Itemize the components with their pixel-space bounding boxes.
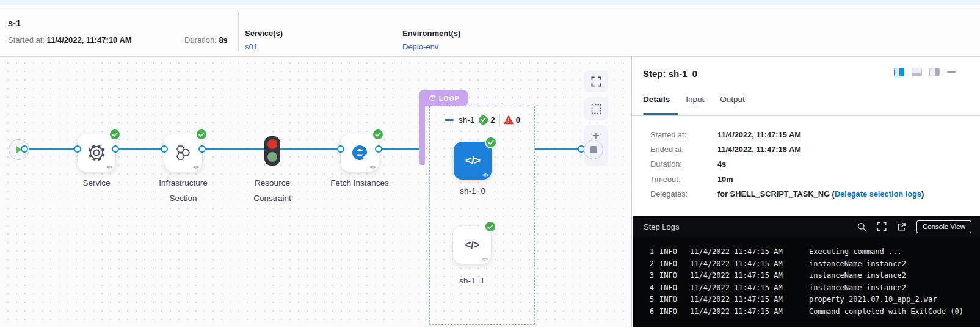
- detail-label: Delegates:: [650, 189, 717, 199]
- environments-column: Environment(s) Deplo-env: [402, 27, 460, 51]
- started-at-value: 11/4/2022, 11:47:10 AM: [47, 35, 132, 45]
- detail-label: Timeout:: [650, 175, 717, 184]
- log-line-number: 5: [642, 294, 654, 306]
- step-details: Started at: 11/4/2022, 11:47:15 AM Ended…: [650, 127, 974, 202]
- code-badge-icon: </>: [482, 172, 488, 178]
- log-level: INFO: [659, 246, 690, 258]
- search-icon[interactable]: [857, 222, 866, 231]
- log-timestamp: 11/4/2022 11:47:15 AM: [690, 306, 809, 318]
- node-sh-1-0[interactable]: </> </>: [454, 142, 492, 180]
- pipeline-canvas[interactable]: </> Service </> Infrastructure Section R: [0, 57, 631, 327]
- loop-group-name: sh-1: [459, 115, 474, 125]
- success-count: 2: [490, 115, 495, 125]
- detail-label: Ended at:: [650, 145, 717, 154]
- node-fetch-instances[interactable]: </>: [341, 134, 379, 172]
- log-level: INFO: [659, 282, 690, 294]
- failure-warning-icon: [504, 115, 514, 125]
- started-at-label: Started at:: [8, 35, 45, 45]
- detail-row-ended: Ended at: 11/4/2022, 11:47:18 AM: [650, 142, 974, 156]
- log-line-number: 1: [642, 246, 654, 258]
- bottom-view-icon[interactable]: [912, 68, 922, 76]
- success-badge-icon: [485, 222, 495, 231]
- detail-row-timeout: Timeout: 10m: [650, 172, 974, 186]
- log-message: instanceName instance2: [809, 258, 980, 271]
- log-line: 6 INFO 11/4/2022 11:47:15 AM Command com…: [633, 306, 980, 318]
- delegates-value: for SHELL_SCRIPT_TASK_NG (Delegate selec…: [717, 189, 924, 199]
- canvas-select-button[interactable]: [584, 97, 608, 120]
- shell-script-icon: </>: [465, 239, 479, 252]
- failure-count: 0: [516, 115, 521, 125]
- console-view-button[interactable]: Console View: [916, 220, 971, 233]
- log-line-number: 4: [642, 282, 654, 294]
- success-badge-icon: [486, 137, 496, 147]
- tab-output[interactable]: Output: [720, 95, 745, 104]
- success-badge-icon: [373, 129, 383, 139]
- canvas-fullscreen-button[interactable]: [584, 70, 608, 92]
- marquee-select-icon: [591, 104, 601, 114]
- tab-input[interactable]: Input: [686, 95, 704, 104]
- top-accent-strip: [0, 0, 980, 5]
- node-sh-1-1[interactable]: </> </>: [453, 226, 491, 264]
- node-infrastructure[interactable]: </>: [164, 134, 202, 172]
- panel-tabs: Details Input Output: [643, 95, 745, 104]
- duration-label: Duration:: [184, 35, 217, 45]
- node-port: [161, 145, 168, 153]
- code-badge-icon: </>: [482, 257, 488, 262]
- log-timestamp: 11/4/2022 11:47:15 AM: [690, 246, 809, 258]
- detail-value: 4s: [717, 159, 726, 169]
- right-view-icon[interactable]: [929, 68, 940, 76]
- log-timestamp: 11/4/2022 11:47:15 AM: [690, 294, 809, 306]
- split-view-icon[interactable]: [894, 68, 904, 76]
- detail-label: Started at:: [650, 130, 717, 139]
- code-badge-icon: </>: [106, 164, 112, 170]
- tabs-divider: [632, 115, 980, 116]
- connector-line: [280, 148, 341, 150]
- minimize-panel-icon[interactable]: [947, 71, 956, 73]
- log-message: instanceName instance2: [809, 282, 980, 294]
- success-badge-icon: [110, 129, 120, 139]
- connector-line: [26, 148, 78, 150]
- hexagons-icon: [174, 144, 192, 161]
- environments-label: Environment(s): [402, 29, 460, 38]
- detail-row-duration: Duration: 4s: [650, 157, 974, 172]
- collapse-group-icon[interactable]: [445, 119, 454, 121]
- end-node[interactable]: [584, 140, 603, 159]
- node-port: [198, 145, 206, 153]
- detail-value: 10m: [717, 175, 733, 184]
- step-logs-actions: Console View: [857, 220, 971, 233]
- loop-badge[interactable]: LOOP: [419, 90, 468, 106]
- step-logs-title: Step Logs: [644, 222, 857, 231]
- delegate-selection-logs-link[interactable]: Delegate selection logs: [835, 189, 921, 199]
- log-message: instanceName instance2: [809, 270, 980, 282]
- step-logs-body[interactable]: 1 INFO 11/4/2022 11:47:15 AM Executing c…: [633, 237, 980, 318]
- tab-details[interactable]: Details: [643, 95, 670, 104]
- count-divider: [499, 114, 500, 126]
- node-port: [337, 145, 344, 153]
- log-level: INFO: [659, 270, 690, 282]
- log-line-number: 6: [642, 306, 654, 318]
- loop-selection-box: [429, 106, 535, 325]
- log-level: INFO: [659, 258, 690, 271]
- log-line-number: 3: [642, 270, 654, 282]
- log-line: 4 INFO 11/4/2022 11:47:15 AM instanceNam…: [633, 282, 980, 294]
- environment-link[interactable]: Deplo-env: [402, 42, 460, 51]
- traffic-light-icon: [264, 136, 280, 166]
- expand-logs-icon[interactable]: [877, 222, 887, 231]
- execution-header: s-1 Started at: 11/4/2022, 11:47:10 AM D…: [0, 5, 980, 57]
- duration-value: 8s: [219, 35, 227, 45]
- fullscreen-icon: [591, 76, 601, 87]
- open-in-new-tab-icon[interactable]: [897, 222, 906, 231]
- node-service[interactable]: </>: [78, 134, 115, 172]
- active-tab-underline: [643, 113, 678, 115]
- loop-icon: [428, 95, 436, 101]
- loop-badge-label: LOOP: [439, 95, 460, 102]
- service-link[interactable]: s01: [245, 42, 283, 51]
- detail-value: 11/4/2022, 11:47:18 AM: [717, 145, 801, 154]
- log-message: property 2021.07.10_app_2.war: [809, 294, 980, 306]
- node-label-fetch: Fetch Instances: [320, 175, 399, 191]
- success-count-icon: [479, 115, 488, 125]
- node-resource-constraint[interactable]: [264, 136, 280, 166]
- started-at-line: Started at: 11/4/2022, 11:47:10 AM: [8, 35, 132, 45]
- log-line-number: 2: [642, 258, 654, 271]
- log-timestamp: 11/4/2022 11:47:15 AM: [690, 282, 809, 294]
